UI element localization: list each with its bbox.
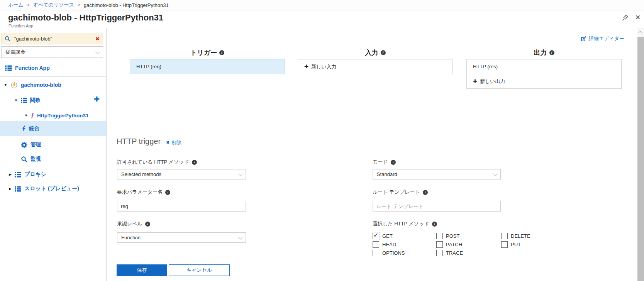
lightning-icon	[21, 125, 26, 132]
breadcrumb-separator: >	[78, 2, 80, 8]
function-icon: ƒ	[31, 112, 34, 118]
scroll-up-button[interactable]	[637, 28, 644, 37]
sidebar-item-label: 管理	[31, 141, 41, 148]
info-icon[interactable]: i	[192, 160, 197, 165]
tree-node-functions[interactable]: ▼ 関数	[14, 96, 41, 105]
sidebar-item-proxies[interactable]: ▶ プロキシ	[9, 170, 46, 179]
field-label-text: 承認レベル	[117, 220, 142, 227]
auth-level-label: 承認レベル i	[117, 220, 150, 227]
save-button[interactable]: 保存	[117, 264, 167, 276]
method-checkbox-options[interactable]: OPTIONS	[373, 249, 405, 257]
sidebar-item-integrate[interactable]: 統合	[21, 124, 39, 133]
selected-row-highlight	[0, 121, 106, 136]
breadcrumb-home[interactable]: ホーム	[8, 2, 24, 8]
route-template-label: ルート テンプレート i	[373, 189, 428, 196]
allowed-methods-dropdown[interactable]: Selected methods	[117, 169, 246, 179]
tree-node-app[interactable]: ▼ gachimoto-blob	[4, 80, 61, 90]
sidebar-item-monitor[interactable]: 監視	[21, 154, 41, 164]
delete-trigger-link[interactable]: ✖ 削除	[166, 139, 181, 146]
advanced-editor-link[interactable]: 詳細エディター	[581, 35, 624, 42]
sidebar-search: ✖	[1, 33, 103, 44]
info-icon[interactable]: i	[391, 160, 396, 165]
allowed-methods-label: 許可されている HTTP メソッド i	[117, 159, 197, 166]
request-param-input[interactable]	[117, 201, 246, 212]
info-icon[interactable]: i	[219, 50, 224, 55]
sidebar-divider	[0, 76, 106, 77]
method-checkbox-get[interactable]: GET	[373, 232, 393, 240]
checkbox-label: HEAD	[382, 242, 396, 247]
clear-search-icon[interactable]: ✖	[95, 36, 100, 41]
info-icon[interactable]: i	[381, 50, 386, 55]
sidebar-item-label: 統合	[29, 125, 39, 132]
collapse-arrow-icon[interactable]: ▼	[14, 99, 18, 102]
method-checkbox-patch[interactable]: PATCH	[436, 240, 462, 248]
cancel-button[interactable]: キャンセル	[169, 264, 230, 276]
vertical-scrollbar[interactable]	[637, 28, 644, 281]
selected-methods-label: 選択した HTTP メソッド i	[373, 220, 437, 227]
close-blade-button[interactable]: ✕	[634, 13, 642, 22]
expand-arrow-icon[interactable]: ▶	[9, 173, 12, 176]
sidebar-item-slots[interactable]: ▶ スロット (プレビュー)	[9, 184, 79, 193]
sidebar-item-label: 監視	[31, 156, 41, 163]
chevron-up-icon	[638, 30, 642, 35]
info-icon[interactable]: i	[165, 190, 170, 195]
checkbox-label: PUT	[511, 242, 521, 247]
field-label-text: 要求パラメーター名	[117, 189, 163, 196]
trigger-item-http-req[interactable]: HTTP (req)	[130, 59, 285, 74]
magnifier-icon	[21, 156, 27, 163]
auth-level-dropdown[interactable]: Function	[117, 232, 246, 243]
function-app-icon	[10, 82, 18, 88]
route-template-input[interactable]	[373, 201, 501, 212]
sidebar: ✖ 従量課金 Function App ▼ gachimoto-blob	[0, 28, 107, 281]
list-icon	[15, 172, 21, 178]
search-input[interactable]	[14, 36, 92, 42]
info-icon[interactable]: i	[432, 222, 437, 227]
breadcrumb-all-resources[interactable]: すべてのリソース	[33, 2, 74, 8]
sidebar-item-function-app[interactable]: Function App	[5, 63, 50, 73]
plan-dropdown[interactable]: 従量課金	[1, 46, 103, 58]
binding-label: HTTP (req)	[136, 64, 161, 69]
chevron-down-icon	[238, 171, 243, 176]
mode-dropdown[interactable]: Standard	[373, 169, 501, 179]
new-output-button[interactable]: ✚ 新しい出力	[466, 74, 622, 89]
advanced-editor-label: 詳細エディター	[589, 35, 624, 42]
scrollbar-thumb[interactable]	[637, 37, 644, 281]
collapse-arrow-icon[interactable]: ▼	[4, 83, 7, 87]
binding-label: HTTP (res)	[473, 64, 498, 69]
add-function-button[interactable]: ✚	[94, 96, 100, 103]
info-icon[interactable]: i	[549, 50, 554, 55]
new-input-button[interactable]: ✚ 新しい入力	[298, 59, 453, 74]
pin-button[interactable]	[621, 13, 629, 22]
binding-label: 新しい入力	[311, 63, 337, 70]
column-title: 入力	[365, 48, 378, 57]
info-icon[interactable]: i	[145, 222, 150, 227]
list-icon	[15, 186, 21, 192]
main-content: 詳細エディター トリガー i 入力 i 出力 i HTTP (req) ✚ 新し…	[107, 28, 637, 281]
checkbox-icon	[501, 241, 508, 248]
sidebar-item-label: スロット (プレビュー)	[24, 185, 79, 192]
delete-label: 削除	[171, 139, 181, 146]
output-item-http-res[interactable]: HTTP (res)	[466, 59, 622, 74]
edit-icon	[581, 36, 586, 42]
plus-icon: ✚	[304, 64, 308, 69]
search-icon	[5, 36, 10, 42]
expand-arrow-icon[interactable]: ▶	[9, 187, 12, 191]
method-checkbox-post[interactable]: POST	[436, 232, 459, 240]
sidebar-item-label: Function App	[15, 65, 50, 71]
blade-header: gachimoto-blob - HttpTriggerPython31 Fun…	[0, 11, 644, 28]
collapse-arrow-icon[interactable]: ▼	[24, 114, 28, 117]
breadcrumb-separator: >	[27, 2, 30, 8]
checkbox-label: POST	[446, 233, 459, 239]
trigger-column-header: トリガー i	[130, 48, 285, 57]
list-icon	[21, 98, 27, 103]
output-column-header: 出力 i	[466, 48, 622, 57]
method-checkbox-head[interactable]: HEAD	[373, 240, 396, 248]
method-checkbox-put[interactable]: PUT	[501, 240, 521, 248]
request-param-label: 要求パラメーター名 i	[117, 189, 170, 196]
breadcrumb-current: gachimoto-blob - HttpTriggerPython31	[84, 2, 169, 8]
method-checkbox-delete[interactable]: DELETE	[501, 232, 530, 240]
method-checkbox-trace[interactable]: TRACE	[436, 249, 463, 257]
info-icon[interactable]: i	[423, 190, 428, 195]
sidebar-item-manage[interactable]: 管理	[21, 140, 41, 149]
tree-node-function[interactable]: ▼ ƒ HttpTriggerPython31	[24, 111, 88, 120]
